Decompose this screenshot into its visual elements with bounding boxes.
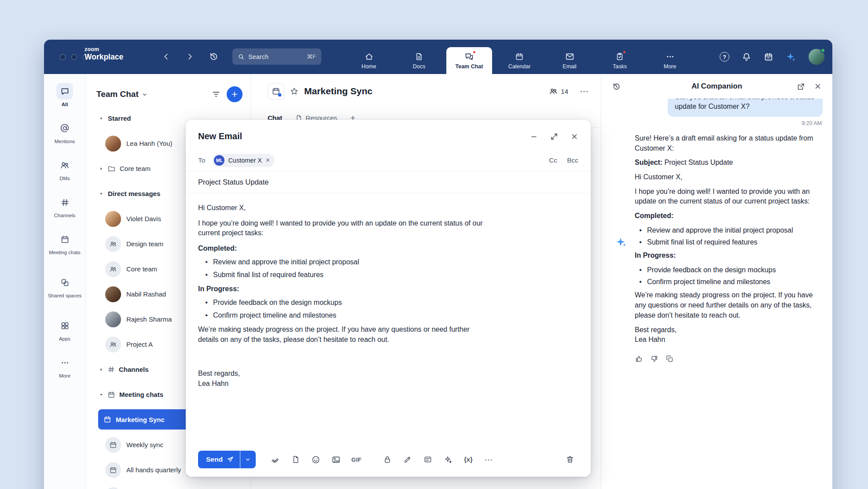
modal-title: New Email	[198, 131, 242, 141]
send-options-button[interactable]	[240, 451, 256, 468]
edit-pencil-icon[interactable]	[399, 451, 416, 468]
history-icon[interactable]	[612, 82, 621, 91]
nav-label: Calendar	[508, 63, 531, 70]
rail-item-dms[interactable]: DMs	[44, 152, 85, 189]
chevron-down-icon	[245, 456, 251, 463]
nav-team-chat[interactable]: Team Chat	[446, 47, 492, 74]
ai-panel-header: AI Companion	[601, 74, 832, 99]
meeting-calendar-icon	[103, 415, 111, 423]
list-item-lea-rajesh[interactable]: Lea/Rajesh 1:1	[86, 482, 250, 489]
emoji-icon[interactable]	[308, 451, 324, 468]
nav-label: Home	[361, 63, 376, 70]
thumbs-down-icon[interactable]	[650, 355, 658, 363]
attach-file-icon[interactable]	[287, 451, 304, 468]
hash-icon	[107, 366, 115, 373]
cc-button[interactable]: Cc	[549, 156, 557, 164]
star-icon[interactable]	[290, 87, 299, 96]
nav-more[interactable]: More	[647, 47, 693, 74]
team-chat-dropdown[interactable]: Team Chat	[96, 89, 147, 99]
copy-icon[interactable]	[666, 355, 674, 363]
team-chat-icon	[464, 52, 474, 61]
to-field[interactable]: To ML Customer X ✕ Cc Bcc	[186, 149, 591, 171]
nav-calendar[interactable]: Calendar	[497, 47, 542, 74]
remove-recipient-icon[interactable]: ✕	[265, 157, 270, 163]
avatar	[105, 286, 121, 302]
back-button[interactable]	[162, 52, 170, 61]
notification-dot	[622, 50, 626, 54]
send-button[interactable]: Send	[198, 451, 240, 468]
rail-item-apps[interactable]: Apps	[44, 313, 85, 350]
nav-home[interactable]: Home	[346, 47, 392, 74]
signature-icon[interactable]	[267, 451, 284, 468]
rail-item-all[interactable]: All	[44, 78, 85, 115]
ai-sparkle-icon[interactable]	[440, 451, 456, 468]
rail-item-channels[interactable]: Channels	[44, 189, 85, 226]
subject-field[interactable]: Project Status Update	[186, 171, 591, 193]
reply-body-intro: I hope you’re doing well! I wanted to pr…	[635, 187, 821, 207]
template-icon[interactable]	[419, 451, 436, 468]
search-placeholder: Search	[248, 53, 268, 60]
history-icon[interactable]	[209, 52, 219, 62]
ai-feedback-actions	[635, 355, 823, 363]
nav-label: Tasks	[613, 63, 627, 70]
ai-panel-title: AI Companion	[691, 82, 742, 91]
close-panel-icon[interactable]	[814, 82, 822, 90]
email-body-editor[interactable]: Hi Customer X, I hope you’re doing well!…	[186, 193, 501, 389]
bcc-button[interactable]: Bcc	[567, 156, 578, 164]
more-options-icon[interactable]: ⋯	[480, 451, 497, 468]
expand-icon[interactable]	[550, 133, 558, 141]
nav-docs[interactable]: Docs	[396, 47, 442, 74]
delete-draft-icon[interactable]	[562, 451, 578, 468]
recipient-chip[interactable]: ML Customer X ✕	[212, 154, 274, 167]
meeting-calendar-icon	[56, 231, 73, 248]
calendar-icon	[515, 52, 524, 61]
bullet-item: •Confirm project timeline and milestones	[635, 277, 821, 287]
topbar-right: ?	[720, 40, 824, 74]
minimize-window-button[interactable]	[71, 54, 77, 60]
rail-item-meeting-chats[interactable]: Meeting chats	[44, 226, 85, 270]
body-signature: Lea Hahn	[198, 379, 489, 389]
ai-companion-sparkle-icon[interactable]	[786, 52, 796, 62]
avatar	[105, 136, 121, 152]
nav-label: Docs	[413, 63, 425, 70]
rail-item-mentions[interactable]: Mentions	[44, 115, 85, 152]
bullet-item: •Submit final list of required features	[635, 237, 821, 248]
rail-item-more[interactable]: More	[44, 350, 85, 387]
image-icon[interactable]	[328, 451, 345, 468]
caret-down-icon	[99, 393, 103, 397]
rail-label: More	[59, 373, 70, 379]
search-input[interactable]: Search ⌘F	[232, 48, 321, 65]
channel-meeting-icon	[268, 83, 284, 100]
nav-tasks[interactable]: Tasks	[597, 47, 643, 74]
close-icon[interactable]	[570, 133, 578, 141]
avatar	[105, 311, 121, 327]
home-icon	[364, 52, 374, 61]
reply-signature: Lea Hahn	[635, 335, 821, 345]
user-avatar[interactable]	[809, 49, 824, 65]
channel-more-button[interactable]: ⋯	[580, 86, 588, 96]
thumbs-up-icon[interactable]	[635, 355, 643, 363]
reply-closing: We’re making steady progress on the proj…	[635, 290, 821, 320]
rail-item-shared-spaces[interactable]: Shared spaces	[44, 270, 85, 313]
ai-companion-panel: AI Companion Can you draft an email that…	[601, 74, 832, 489]
filter-icon[interactable]	[212, 90, 221, 99]
minimize-icon[interactable]	[530, 133, 538, 141]
close-window-button[interactable]	[60, 54, 66, 60]
rail-label: Mentions	[55, 139, 75, 144]
rail-label: Apps	[59, 336, 70, 342]
people-icon	[549, 87, 558, 96]
schedule-calendar-icon[interactable]	[764, 52, 773, 62]
forward-button[interactable]	[186, 52, 194, 61]
compose-toolbar: Send	[198, 450, 578, 469]
member-count[interactable]: 14	[549, 87, 568, 96]
help-icon[interactable]: ?	[720, 52, 729, 62]
open-in-new-icon[interactable]	[797, 82, 805, 91]
meeting-avatar-icon	[105, 462, 121, 478]
nav-email[interactable]: Email	[547, 47, 592, 74]
group-avatar-icon	[105, 261, 121, 277]
new-chat-button[interactable]	[227, 86, 243, 102]
gif-icon[interactable]: GIF	[348, 451, 365, 468]
notifications-bell-icon[interactable]	[742, 52, 751, 62]
lock-icon[interactable]	[379, 451, 396, 468]
variables-icon[interactable]: {x}	[460, 451, 477, 468]
